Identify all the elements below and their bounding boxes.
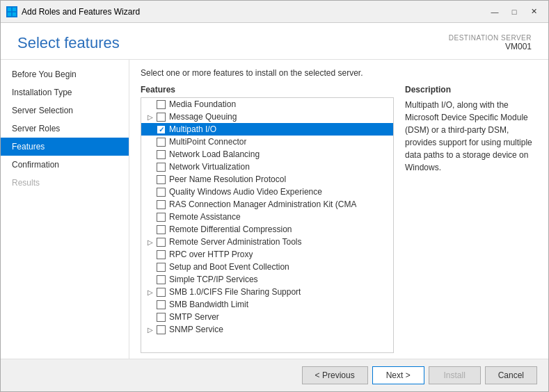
list-item[interactable]: Peer Name Resolution Protocol xyxy=(141,173,393,186)
list-item[interactable]: RAS Connection Manager Administration Ki… xyxy=(141,198,393,211)
description-section: Description Multipath I/O, along with th… xyxy=(405,85,537,353)
right-panel: Select one or more features to install o… xyxy=(129,60,548,359)
list-item[interactable]: Remote Assistance xyxy=(141,211,393,223)
list-item[interactable]: Setup and Boot Event Collection xyxy=(141,261,393,273)
list-item[interactable]: ▷ SNMP Service xyxy=(141,323,393,336)
feature-label: Remote Differential Compression xyxy=(169,224,292,234)
list-item[interactable]: Media Foundation xyxy=(141,98,393,111)
content-area: Select features DESTINATION SERVER VM001… xyxy=(1,23,548,391)
scroll-right-button[interactable]: ▸ xyxy=(382,353,393,354)
features-section: Features Media Foundation ▷ xyxy=(141,85,394,353)
feature-checkbox[interactable] xyxy=(157,163,166,172)
expand-icon[interactable]: ▷ xyxy=(145,325,155,334)
server-name: VM001 xyxy=(449,42,532,51)
list-item[interactable]: SMTP Server xyxy=(141,311,393,323)
footer: < Previous Next > Install Cancel xyxy=(1,359,548,391)
feature-label: SNMP Service xyxy=(169,325,223,334)
feature-label: Message Queuing xyxy=(169,112,237,122)
sidebar-item-before-you-begin[interactable]: Before You Begin xyxy=(1,65,129,83)
feature-label: Simple TCP/IP Services xyxy=(169,275,258,284)
description-header: Description xyxy=(405,85,537,95)
window-controls: — □ ✕ xyxy=(486,5,543,19)
title-bar: Add Roles and Features Wizard — □ ✕ xyxy=(1,1,548,23)
feature-label: Remote Server Administration Tools xyxy=(169,237,302,247)
feature-checkbox[interactable] xyxy=(157,113,166,122)
feature-label: Network Virtualization xyxy=(169,162,250,172)
list-item[interactable]: SMB Bandwidth Limit xyxy=(141,298,393,311)
feature-checkbox[interactable] xyxy=(157,300,166,309)
destination-server-info: DESTINATION SERVER VM001 xyxy=(449,34,532,51)
feature-checkbox[interactable] xyxy=(157,188,166,197)
expand-icon[interactable]: ▷ xyxy=(145,112,155,122)
feature-label: Remote Assistance xyxy=(169,212,241,222)
list-item[interactable]: ▷ SMB 1.0/CIFS File Sharing Support xyxy=(141,286,393,298)
instruction-text: Select one or more features to install o… xyxy=(141,68,537,78)
feature-checkbox[interactable] xyxy=(157,250,166,259)
list-item[interactable]: Network Load Balancing xyxy=(141,148,393,161)
list-item[interactable]: Remote Differential Compression xyxy=(141,223,393,236)
svg-rect-0 xyxy=(8,7,11,10)
close-button[interactable]: ✕ xyxy=(525,5,543,19)
list-item[interactable]: Simple TCP/IP Services xyxy=(141,273,393,286)
list-item[interactable]: Multipath I/O xyxy=(141,123,393,136)
expand-icon[interactable]: ▷ xyxy=(145,287,155,297)
features-desc-container: Features Media Foundation ▷ xyxy=(141,85,537,353)
feature-checkbox[interactable] xyxy=(157,138,166,147)
svg-rect-3 xyxy=(13,12,16,15)
feature-checkbox[interactable] xyxy=(157,175,166,184)
features-list[interactable]: Media Foundation ▷ Message Queuing xyxy=(141,98,393,352)
feature-checkbox-checked[interactable] xyxy=(157,125,166,134)
minimize-button[interactable]: — xyxy=(486,5,504,19)
list-item[interactable]: ▷ Message Queuing xyxy=(141,111,393,123)
feature-label: Network Load Balancing xyxy=(169,149,260,159)
previous-button[interactable]: < Previous xyxy=(302,366,368,384)
sidebar-item-features[interactable]: Features xyxy=(1,138,129,156)
feature-label: Media Foundation xyxy=(169,99,236,109)
scroll-left-button[interactable]: ◂ xyxy=(141,353,152,354)
install-button[interactable]: Install xyxy=(429,366,481,384)
main-body: Before You Begin Installation Type Serve… xyxy=(1,60,548,359)
feature-label: SMTP Server xyxy=(169,312,219,322)
feature-label: RAS Connection Manager Administration Ki… xyxy=(169,199,356,209)
sidebar-item-installation-type[interactable]: Installation Type xyxy=(1,83,129,101)
sidebar: Before You Begin Installation Type Serve… xyxy=(1,60,129,359)
feature-label: RPC over HTTP Proxy xyxy=(169,250,253,259)
expand-icon[interactable]: ▷ xyxy=(145,237,155,247)
feature-checkbox[interactable] xyxy=(157,213,166,222)
feature-checkbox[interactable] xyxy=(157,263,166,272)
page-title: Select features xyxy=(17,34,120,52)
horizontal-scrollbar[interactable]: ◂ ▸ xyxy=(141,352,393,353)
features-list-container: Media Foundation ▷ Message Queuing xyxy=(141,97,394,353)
sidebar-item-confirmation[interactable]: Confirmation xyxy=(1,156,129,174)
sidebar-item-server-selection[interactable]: Server Selection xyxy=(1,101,129,120)
next-button[interactable]: Next > xyxy=(372,366,424,384)
feature-checkbox[interactable] xyxy=(157,150,166,159)
feature-checkbox[interactable] xyxy=(157,288,166,297)
features-header: Features xyxy=(141,85,394,95)
feature-checkbox[interactable] xyxy=(157,238,166,247)
feature-checkbox[interactable] xyxy=(157,100,166,109)
feature-checkbox[interactable] xyxy=(157,225,166,234)
cancel-button[interactable]: Cancel xyxy=(485,366,537,384)
header-section: Select features DESTINATION SERVER VM001 xyxy=(1,23,548,60)
feature-label: SMB 1.0/CIFS File Sharing Support xyxy=(169,287,301,297)
maximize-button[interactable]: □ xyxy=(505,5,523,19)
sidebar-item-server-roles[interactable]: Server Roles xyxy=(1,120,129,138)
destination-label: DESTINATION SERVER xyxy=(449,34,532,42)
list-item[interactable]: Network Virtualization xyxy=(141,161,393,173)
app-icon xyxy=(6,6,17,17)
list-item[interactable]: ▷ Remote Server Administration Tools xyxy=(141,236,393,248)
feature-label: SMB Bandwidth Limit xyxy=(169,300,248,309)
feature-checkbox[interactable] xyxy=(157,313,166,322)
feature-label: MultiPoint Connector xyxy=(169,137,246,147)
svg-rect-2 xyxy=(8,12,11,15)
feature-label: Setup and Boot Event Collection xyxy=(169,262,289,272)
list-item[interactable]: MultiPoint Connector xyxy=(141,136,393,148)
feature-checkbox[interactable] xyxy=(157,275,166,284)
feature-checkbox[interactable] xyxy=(157,325,166,334)
description-text: Multipath I/O, along with the Microsoft … xyxy=(405,99,537,174)
sidebar-item-results: Results xyxy=(1,174,129,192)
list-item[interactable]: Quality Windows Audio Video Experience xyxy=(141,186,393,198)
list-item[interactable]: RPC over HTTP Proxy xyxy=(141,248,393,261)
feature-checkbox[interactable] xyxy=(157,200,166,209)
